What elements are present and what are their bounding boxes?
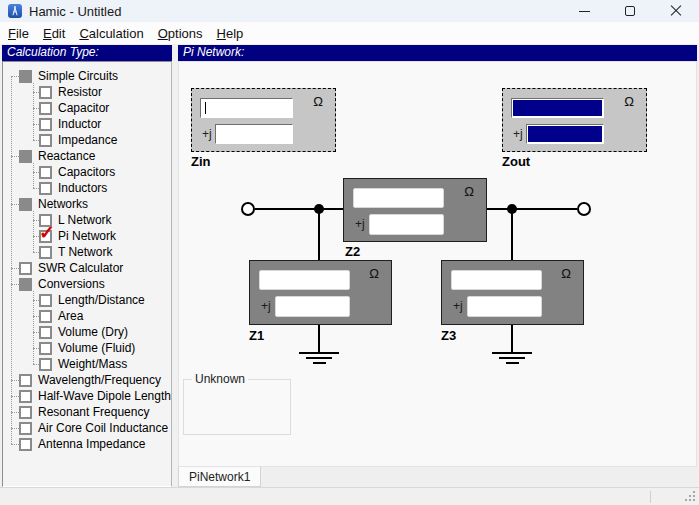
- text-caret: [205, 102, 206, 114]
- tree-item-inductors[interactable]: Inductors: [3, 180, 171, 196]
- category-icon[interactable]: [19, 278, 32, 291]
- ohm-symbol: Ω: [561, 266, 571, 281]
- plus-j-label: +j: [202, 127, 212, 141]
- input-terminal: [241, 202, 255, 216]
- tree-item-air-core-coil-inductance[interactable]: Air Core Coil Inductance: [3, 420, 171, 436]
- tree-item-swr-calculator[interactable]: SWR Calculator: [3, 260, 171, 276]
- tree-item-volume-fluid[interactable]: Volume (Fluid): [3, 340, 171, 356]
- checkbox-icon[interactable]: [39, 102, 52, 115]
- z2-component: Ω +j: [343, 178, 487, 242]
- calculation-type-panel: Calculation Type: Simple Circuits Resist…: [2, 45, 172, 487]
- tab-pinetwork1[interactable]: PiNetwork1: [178, 467, 261, 487]
- z1-imag-input[interactable]: [275, 296, 350, 317]
- checkbox-icon[interactable]: [39, 246, 52, 259]
- tab-strip: PiNetwork1: [178, 467, 697, 487]
- zin-real-input[interactable]: [200, 98, 293, 118]
- checkbox-icon[interactable]: [39, 166, 52, 179]
- menu-file[interactable]: File: [1, 24, 36, 43]
- window-controls: [561, 0, 699, 22]
- z2-real-input[interactable]: [353, 188, 444, 208]
- plus-j-label: +j: [355, 217, 365, 231]
- pi-network-header: Pi Network:: [178, 45, 697, 61]
- checkbox-icon[interactable]: [19, 262, 32, 275]
- checkbox-icon[interactable]: [19, 406, 32, 419]
- tree-item-wavelength-frequency[interactable]: Wavelength/Frequency: [3, 372, 171, 388]
- checkbox-icon[interactable]: [39, 342, 52, 355]
- z2-imag-input[interactable]: [369, 214, 444, 235]
- content-area: Calculation Type: Simple Circuits Resist…: [0, 44, 699, 487]
- tree-item-resistor[interactable]: Resistor: [3, 84, 171, 100]
- ground-symbol-z3: [511, 325, 513, 352]
- zout-label: Zout: [502, 154, 530, 169]
- category-icon[interactable]: [19, 198, 32, 211]
- zout-imag-input[interactable]: [526, 124, 604, 144]
- menu-help[interactable]: Help: [210, 24, 251, 43]
- ohm-symbol: Ω: [369, 266, 379, 281]
- minimize-button[interactable]: [561, 0, 607, 22]
- checkbox-icon[interactable]: [39, 86, 52, 99]
- tree-item-t-network[interactable]: T Network: [3, 244, 171, 260]
- close-button[interactable]: [653, 0, 699, 22]
- zout-component: Ω +j: [502, 88, 647, 152]
- tree-item-half-wave-dipole-length[interactable]: Half-Wave Dipole Length: [3, 388, 171, 404]
- junction-dot: [314, 204, 324, 214]
- tree-item-reactance[interactable]: Reactance: [3, 148, 171, 164]
- category-icon[interactable]: [19, 150, 32, 163]
- tree-item-impedance[interactable]: Impedance: [3, 132, 171, 148]
- tree-item-simple-circuits[interactable]: Simple Circuits: [3, 68, 171, 84]
- zin-imag-input[interactable]: [215, 124, 293, 144]
- calculation-type-tree: Simple Circuits Resistor Capacitor Induc…: [2, 61, 172, 487]
- menu-calculation[interactable]: Calculation: [72, 24, 150, 43]
- checkbox-icon[interactable]: [19, 390, 32, 403]
- tree-item-l-network[interactable]: L Network: [3, 212, 171, 228]
- tree-item-volume-dry[interactable]: Volume (Dry): [3, 324, 171, 340]
- zin-component: Ω +j: [191, 88, 336, 152]
- ground-symbol-z1: [318, 325, 320, 352]
- z1-real-input[interactable]: [259, 270, 350, 290]
- calculation-type-header: Calculation Type:: [2, 45, 172, 61]
- unknown-groupbox-label: Unknown: [192, 372, 248, 386]
- resize-grip-icon[interactable]: [693, 499, 695, 501]
- z2-label: Z2: [345, 244, 360, 259]
- checkbox-checked-icon[interactable]: ✓: [39, 230, 52, 243]
- menu-edit[interactable]: Edit: [36, 24, 72, 43]
- category-icon[interactable]: [19, 70, 32, 83]
- checkbox-icon[interactable]: [39, 310, 52, 323]
- z3-component: Ω +j: [441, 260, 584, 325]
- tree-item-area[interactable]: Area: [3, 308, 171, 324]
- checkbox-icon[interactable]: [39, 294, 52, 307]
- ohm-symbol: Ω: [624, 94, 634, 109]
- tree-item-weight-mass[interactable]: Weight/Mass: [3, 356, 171, 372]
- app-window: Hamic - Untitled File Edit Calculation O…: [0, 0, 699, 505]
- ohm-symbol: Ω: [313, 94, 323, 109]
- checkbox-icon[interactable]: [39, 326, 52, 339]
- checkbox-icon[interactable]: [39, 134, 52, 147]
- tree-item-length-distance[interactable]: Length/Distance: [3, 292, 171, 308]
- red-check-icon: ✓: [39, 223, 55, 242]
- checkbox-icon[interactable]: [39, 118, 52, 131]
- ohm-symbol: Ω: [464, 184, 474, 199]
- checkbox-icon[interactable]: [19, 374, 32, 387]
- zout-real-input[interactable]: [511, 98, 604, 118]
- z3-imag-input[interactable]: [467, 296, 542, 317]
- checkbox-icon[interactable]: [39, 182, 52, 195]
- tree-item-conversions[interactable]: Conversions: [3, 276, 171, 292]
- tree-item-pi-network[interactable]: ✓Pi Network: [3, 228, 171, 244]
- checkbox-icon[interactable]: [19, 422, 32, 435]
- zin-label: Zin: [191, 154, 211, 169]
- tree-item-resonant-frequency[interactable]: Resonant Frequency: [3, 404, 171, 420]
- plus-j-label: +j: [261, 299, 271, 313]
- tree-item-capacitor[interactable]: Capacitor: [3, 100, 171, 116]
- tree-item-capacitors[interactable]: Capacitors: [3, 164, 171, 180]
- statusbar: [0, 487, 699, 505]
- tree-item-antenna-impedance[interactable]: Antenna Impedance: [3, 436, 171, 452]
- maximize-button[interactable]: [607, 0, 653, 22]
- minimize-icon: [579, 11, 590, 12]
- tree-item-inductor[interactable]: Inductor: [3, 116, 171, 132]
- z3-real-input[interactable]: [451, 270, 542, 290]
- checkbox-icon[interactable]: [19, 438, 32, 451]
- tree-item-networks[interactable]: Networks: [3, 196, 171, 212]
- checkbox-icon[interactable]: [39, 358, 52, 371]
- menu-options[interactable]: Options: [151, 24, 210, 43]
- statusbar-divider: [650, 491, 651, 503]
